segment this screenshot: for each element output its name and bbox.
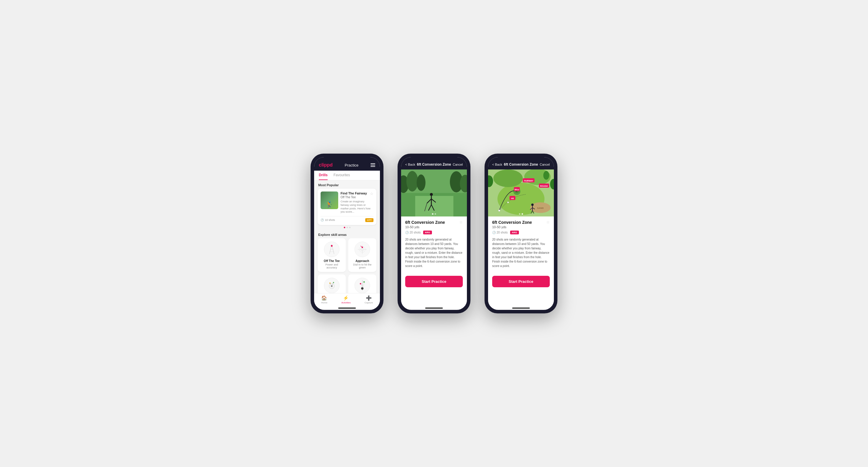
capture-icon: ➕ — [366, 295, 372, 301]
favourite-star-2[interactable]: ☆ — [459, 220, 463, 224]
favourite-star-3[interactable]: ☆ — [546, 220, 550, 224]
drill-content-3: 6ft Conversion Zone 10-50 yds ☆ 🕐 20 sho… — [488, 216, 554, 272]
svg-point-67 — [507, 202, 509, 203]
drill-header-3: < Back 6ft Conversion Zone Cancel — [488, 157, 554, 169]
shots-count: 🕐 10 shots — [320, 219, 335, 222]
main-scene: clippd Practice Drills Favourites Most P… — [299, 136, 569, 331]
app-header: clippd Practice — [314, 157, 380, 171]
most-popular-title: Most Popular — [314, 180, 380, 189]
svg-point-44 — [493, 169, 523, 187]
nav-activities[interactable]: ⚡ Activities — [341, 295, 351, 304]
atg-icon — [323, 277, 340, 293]
drill-content-2: 6ft Conversion Zone 10-50 yds ☆ 🕐 20 sho… — [401, 216, 467, 272]
drills-scroll[interactable]: Most Popular 🏌️ Find The Fairway Off The… — [314, 180, 380, 293]
golf-photo-svg — [401, 169, 467, 216]
screen-title: Practice — [345, 163, 359, 167]
svg-point-3 — [331, 245, 333, 247]
drill-meta-2: 🕐 20 shots ARG — [405, 231, 463, 234]
featured-drill-text: Find The Fairway Off The Tee ☆ Create an… — [341, 192, 373, 214]
carousel-dots — [314, 225, 380, 230]
drill-scroll-2[interactable]: 6ft Conversion Zone 10-50 yds ☆ 🕐 20 sho… — [401, 169, 467, 306]
approach-icon — [354, 241, 371, 258]
shots-label-3: 🕐 20 shots — [492, 231, 508, 234]
skills-grid: Off The Tee Power and accuracy — [314, 238, 380, 293]
clock-icon: 🕐 — [320, 219, 324, 222]
putting-icon — [354, 277, 371, 293]
drill-tag-2: ARG — [423, 231, 432, 234]
drill-scroll-3[interactable]: FAIRWAY ROUGH Hit Miss SAND — [488, 169, 554, 306]
phone-3: < Back 6ft Conversion Zone Cancel — [485, 154, 557, 313]
tab-drills[interactable]: Drills — [319, 171, 328, 180]
drill-description-2: 20 shots are randomly generated at dista… — [405, 237, 463, 268]
tab-bar: Drills Favourites — [314, 171, 380, 180]
skill-desc-approach: Dial-in to hit the green — [350, 263, 374, 269]
drill-nav-title-2: 6ft Conversion Zone — [417, 162, 451, 167]
skill-name-ott: Off The Tee — [324, 259, 340, 263]
back-button-2[interactable]: < Back — [405, 163, 415, 166]
svg-text:ROUGH: ROUGH — [540, 185, 548, 187]
featured-drill-card[interactable]: 🏌️ Find The Fairway Off The Tee ☆ Create… — [318, 189, 376, 225]
course-illustration: FAIRWAY ROUGH Hit Miss SAND — [488, 169, 554, 216]
activities-label: Activities — [341, 301, 351, 304]
drill-tag-3: ARG — [510, 231, 519, 234]
app-logo: clippd — [319, 162, 333, 168]
clock-icon-2: 🕐 — [405, 231, 409, 234]
svg-point-48 — [543, 171, 549, 180]
hero-dots-3 — [519, 213, 523, 215]
drill-tag: OTT — [365, 218, 373, 222]
home-label: Home — [321, 301, 327, 304]
phone-2: < Back 6ft Conversion Zone Cancel — [398, 154, 470, 313]
svg-point-29 — [406, 171, 418, 192]
drill-range-2: 10-50 yds — [405, 225, 445, 229]
drill-description-3: 20 shots are randomly generated at dista… — [492, 237, 550, 268]
tab-favourites[interactable]: Favourites — [334, 171, 350, 180]
cancel-button-3[interactable]: Cancel — [540, 163, 550, 166]
home-bar — [338, 307, 356, 309]
drill-hero-image-2 — [401, 169, 467, 216]
start-practice-button-2[interactable]: Start Practice — [405, 276, 463, 287]
dot-2 — [346, 227, 348, 228]
svg-text:FAIRWAY: FAIRWAY — [524, 180, 533, 182]
skill-desc-ott: Power and accuracy — [320, 263, 343, 269]
tee-icon — [323, 241, 340, 258]
start-practice-button-3[interactable]: Start Practice — [492, 276, 550, 287]
skill-putting[interactable]: Putting Make and lag practice — [348, 274, 376, 293]
home-bar-3 — [512, 307, 530, 309]
svg-point-34 — [430, 193, 433, 196]
favourite-star-icon[interactable]: ☆ — [370, 192, 373, 196]
drill-title-3: 6ft Conversion Zone — [492, 220, 532, 225]
nav-home[interactable]: 🏠 Home — [321, 295, 327, 304]
skill-around-green[interactable]: Around The Green Hone your short game — [318, 274, 346, 293]
golfer-icon: 🏌️ — [326, 201, 333, 208]
svg-point-66 — [498, 210, 500, 211]
nav-capture[interactable]: ➕ Capture — [365, 295, 373, 304]
drill-range-3: 10-50 yds — [492, 225, 532, 229]
svg-point-60 — [531, 204, 534, 206]
hero-dots-2 — [432, 213, 436, 215]
drill-name: Find The Fairway — [341, 192, 367, 195]
bottom-nav: 🏠 Home ⚡ Activities ➕ Capture — [314, 293, 380, 306]
svg-text:SAND: SAND — [537, 207, 544, 209]
drill-nav-title-3: 6ft Conversion Zone — [504, 162, 538, 167]
drill-title-2: 6ft Conversion Zone — [405, 220, 445, 225]
skill-approach[interactable]: Approach Dial-in to hit the green — [348, 238, 376, 272]
clock-icon-3: 🕐 — [492, 231, 496, 234]
home-bar-2 — [425, 307, 443, 309]
explore-title: Explore skill areas — [314, 230, 380, 238]
shots-label-2: 🕐 20 shots — [405, 231, 421, 234]
skill-off-the-tee[interactable]: Off The Tee Power and accuracy — [318, 238, 346, 272]
cancel-button-2[interactable]: Cancel — [453, 163, 463, 166]
dot-1 — [344, 227, 345, 228]
activities-icon: ⚡ — [343, 295, 349, 301]
hamburger-menu[interactable] — [371, 163, 375, 167]
home-icon: 🏠 — [321, 295, 327, 301]
skill-name-approach: Approach — [355, 259, 369, 263]
course-svg: FAIRWAY ROUGH Hit Miss SAND — [488, 169, 554, 216]
drill-description: Create an imaginary fairway using trees … — [341, 200, 373, 214]
back-button-3[interactable]: < Back — [492, 163, 502, 166]
featured-drill-image: 🏌️ — [320, 192, 338, 209]
svg-text:Hit: Hit — [511, 197, 514, 199]
svg-point-30 — [417, 174, 426, 191]
drill-category: Off The Tee — [341, 196, 367, 199]
drill-header-2: < Back 6ft Conversion Zone Cancel — [401, 157, 467, 169]
